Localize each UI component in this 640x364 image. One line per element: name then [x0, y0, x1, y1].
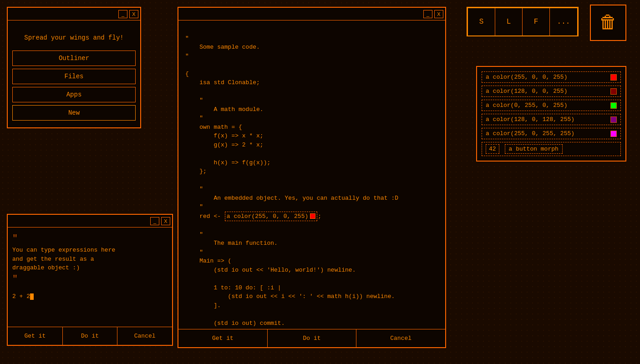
button-morph-label[interactable]: a button morph: [505, 144, 563, 154]
menu-titlebar: _ X: [8, 8, 140, 20]
repl-cancel-button[interactable]: Cancel: [117, 327, 172, 345]
code-line: red <-: [185, 213, 224, 220]
color-swatch-red: [310, 213, 315, 219]
code-line: A math module.: [185, 106, 264, 113]
code-line: f(x) => x * x;: [185, 132, 264, 139]
code-line: ": [185, 231, 203, 238]
code-line: ": [185, 203, 203, 210]
menu-minimize-button[interactable]: _: [118, 10, 127, 18]
code-line: h(x) => f(g(x));: [185, 159, 270, 166]
code-line: own math = {: [185, 124, 242, 131]
color-swatch-2: [610, 102, 617, 109]
code-line: Main => (: [185, 258, 231, 264]
color-label-1: a color(128, 0, 0, 255): [486, 88, 610, 95]
code-line: (std io out << i << ': ' << math h(i)) n…: [185, 293, 395, 300]
code-line: ": [185, 35, 189, 42]
menu-buttons: Outliner Files Apps New: [8, 51, 140, 127]
repl-panel: _ X " You can type expressions here and …: [7, 214, 173, 346]
repl-input-text: 2 + 2: [12, 293, 30, 300]
color-item-3[interactable]: a color(128, 0, 128, 255): [482, 114, 621, 125]
toolbar-l-button[interactable]: L: [495, 8, 523, 35]
code-content[interactable]: " Some sample code. " { isa std Clonable…: [178, 20, 445, 329]
code-line: ": [185, 186, 203, 192]
color-item-1[interactable]: a color(128, 0, 0, 255): [482, 86, 621, 97]
color-label-0: a color(255, 0, 0, 255): [486, 74, 610, 81]
code-close-button[interactable]: X: [434, 10, 443, 18]
code-titlebar: _ X: [178, 8, 445, 20]
files-button[interactable]: Files: [12, 69, 136, 84]
repl-minimize-button[interactable]: _: [150, 217, 159, 225]
code-line: (std io out) commit.: [185, 320, 284, 327]
color-swatch-0: [610, 74, 617, 81]
button-morph-number: 42: [486, 144, 499, 154]
repl-do-it-button[interactable]: Do it: [63, 327, 118, 345]
color-label-2: a color(0, 255, 0, 255): [486, 102, 610, 109]
code-line: Some sample code.: [185, 44, 260, 51]
code-line: ;: [318, 213, 321, 220]
color-label-3: a color(128, 0, 128, 255): [486, 116, 610, 123]
code-line: 1 to: 10 do: [ :i |: [185, 284, 281, 291]
code-line: isa std Clonable;: [185, 79, 260, 86]
repl-titlebar: _ X: [8, 215, 172, 228]
menu-close-button[interactable]: X: [129, 10, 138, 18]
code-do-it-button[interactable]: Do it: [268, 329, 357, 347]
code-line: {: [185, 71, 189, 77]
code-line: ": [185, 115, 203, 121]
repl-desc-text: You can type expressions here and get th…: [12, 247, 115, 271]
code-line: ].: [185, 302, 221, 309]
repl-quote-open: ": [12, 233, 18, 244]
repl-close-button[interactable]: X: [161, 217, 170, 225]
toolbar-f-button[interactable]: F: [523, 8, 550, 35]
code-line: (std io out << 'Hello, world!') newline.: [185, 267, 356, 273]
repl-quote-close: ": [12, 274, 18, 284]
repl-footer: Get it Do it Cancel: [8, 327, 172, 345]
color-widget-label: a color(255, 0, 0, 255): [227, 212, 308, 221]
repl-content: " You can type expressions here and get …: [8, 228, 172, 327]
menu-tagline: Spread your wings and fly!: [8, 20, 140, 51]
code-line: ": [185, 249, 203, 256]
code-line: The main function.: [185, 240, 278, 247]
repl-description: " You can type expressions here and get …: [12, 232, 168, 286]
code-panel: _ X " Some sample code. " { isa std Clon…: [178, 7, 446, 348]
color-item-0[interactable]: a color(255, 0, 0, 255): [482, 71, 621, 83]
menu-panel: _ X Spread your wings and fly! Outliner …: [7, 7, 141, 128]
code-line: An embedded object. Yes, you can actuall…: [185, 195, 398, 202]
toolbar-panel: S L F ...: [467, 7, 579, 36]
code-minimize-button[interactable]: _: [423, 10, 432, 18]
objects-panel: a color(255, 0, 0, 255) a color(128, 0, …: [476, 66, 626, 162]
toolbar-more-button[interactable]: ...: [550, 8, 577, 35]
code-line: ": [185, 53, 189, 60]
repl-cursor: [30, 293, 34, 300]
color-widget-red[interactable]: a color(255, 0, 0, 255): [225, 212, 317, 222]
outliner-button[interactable]: Outliner: [12, 51, 136, 66]
code-line: };: [185, 168, 207, 175]
button-morph-row[interactable]: 42 a button morph: [482, 142, 621, 156]
color-item-2[interactable]: a color(0, 255, 0, 255): [482, 100, 621, 111]
color-swatch-3: [610, 116, 617, 123]
apps-button[interactable]: Apps: [12, 87, 136, 102]
color-item-4[interactable]: a color(255, 0, 255, 255): [482, 128, 621, 139]
code-line: g(x) => 2 * x;: [185, 142, 264, 148]
repl-input-area[interactable]: 2 + 2: [12, 293, 168, 300]
trash-icon: 🗑: [599, 12, 617, 34]
new-button[interactable]: New: [12, 105, 136, 121]
code-cancel-button[interactable]: Cancel: [356, 329, 445, 347]
color-swatch-4: [610, 131, 617, 137]
code-line: ": [185, 97, 203, 104]
toolbar-s-button[interactable]: S: [468, 8, 495, 35]
color-label-4: a color(255, 0, 255, 255): [486, 130, 610, 137]
color-swatch-1: [610, 88, 617, 95]
code-footer: Get it Do it Cancel: [178, 329, 445, 347]
code-get-it-button[interactable]: Get it: [178, 329, 268, 347]
trash-panel[interactable]: 🗑: [590, 5, 626, 41]
repl-get-it-button[interactable]: Get it: [8, 327, 63, 345]
